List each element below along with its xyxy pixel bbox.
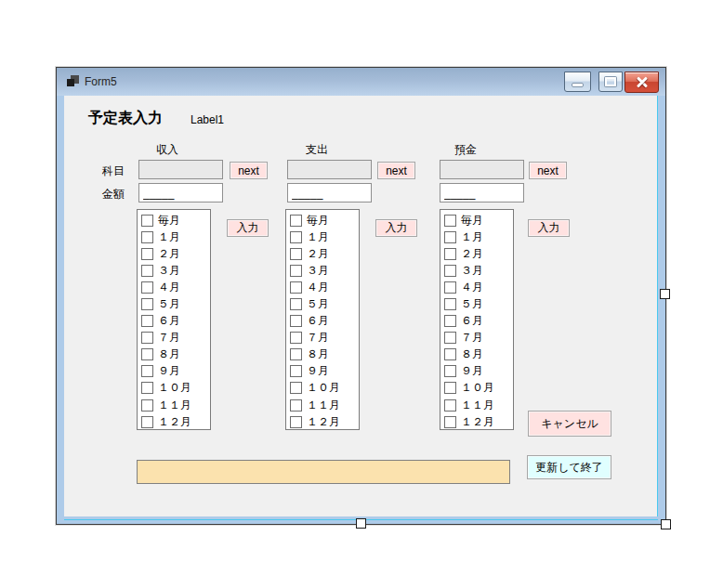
update-exit-button[interactable]: 更新して終了 xyxy=(527,455,611,479)
input-button-income[interactable]: 入力 xyxy=(227,219,269,237)
checkbox-unchecked-icon[interactable] xyxy=(141,265,153,277)
checkbox-unchecked-icon[interactable] xyxy=(290,348,302,360)
next-button-savings[interactable]: next xyxy=(529,162,567,179)
checkbox-unchecked-icon[interactable] xyxy=(444,315,456,327)
month-checkbox-row[interactable]: ３月 xyxy=(286,262,359,279)
checkbox-unchecked-icon[interactable] xyxy=(141,298,153,310)
month-checkbox-row[interactable]: ９月 xyxy=(440,363,513,380)
month-checkbox-row[interactable]: １１月 xyxy=(440,397,513,413)
month-checkbox-row[interactable]: ８月 xyxy=(440,346,513,363)
checkbox-unchecked-icon[interactable] xyxy=(141,248,153,260)
checkbox-unchecked-icon[interactable] xyxy=(141,281,153,294)
input-button-savings[interactable]: 入力 xyxy=(528,219,570,237)
month-checkbox-row[interactable]: １１月 xyxy=(286,397,359,413)
month-checklist-expense[interactable]: 毎月１月２月３月４月５月６月７月８月９月１０月１１月１２月 xyxy=(285,209,360,430)
checkbox-unchecked-icon[interactable] xyxy=(290,382,302,394)
checkbox-unchecked-icon[interactable] xyxy=(141,382,153,394)
subject-input-savings[interactable] xyxy=(440,160,524,179)
resize-handle-right[interactable] xyxy=(660,289,670,299)
checkbox-unchecked-icon[interactable] xyxy=(444,231,456,243)
checkbox-unchecked-icon[interactable] xyxy=(290,248,302,260)
month-checkbox-row[interactable]: １月 xyxy=(286,229,359,245)
month-checkbox-row[interactable]: １０月 xyxy=(138,380,210,397)
checkbox-unchecked-icon[interactable] xyxy=(290,298,302,310)
checkbox-unchecked-icon[interactable] xyxy=(444,399,456,412)
month-checkbox-row[interactable]: ８月 xyxy=(286,346,359,363)
month-checkbox-row[interactable]: １１月 xyxy=(138,397,210,413)
month-checkbox-row[interactable]: １０月 xyxy=(286,380,359,397)
month-checkbox-row[interactable]: ４月 xyxy=(138,279,210,295)
checkbox-unchecked-icon[interactable] xyxy=(141,215,153,227)
checkbox-unchecked-icon[interactable] xyxy=(444,365,456,377)
checkbox-unchecked-icon[interactable] xyxy=(141,399,153,412)
month-checkbox-row[interactable]: １０月 xyxy=(440,380,513,397)
checkbox-unchecked-icon[interactable] xyxy=(444,298,456,310)
checkbox-unchecked-icon[interactable] xyxy=(290,399,302,412)
subject-input-income[interactable] xyxy=(138,160,223,179)
month-checkbox-row[interactable]: ３月 xyxy=(138,262,210,279)
titlebar[interactable]: Form5 xyxy=(57,68,665,96)
resize-handle-bottom[interactable] xyxy=(356,518,366,529)
cancel-button[interactable]: キャンセル xyxy=(528,411,611,437)
month-checkbox-row[interactable]: ７月 xyxy=(440,330,513,346)
amount-input-expense[interactable] xyxy=(287,183,372,203)
checkbox-unchecked-icon[interactable] xyxy=(290,281,302,294)
checkbox-unchecked-icon[interactable] xyxy=(141,315,153,327)
checkbox-unchecked-icon[interactable] xyxy=(141,365,153,377)
input-button-expense[interactable]: 入力 xyxy=(375,219,417,237)
month-checklist-income[interactable]: 毎月１月２月３月４月５月６月７月８月９月１０月１１月１２月 xyxy=(137,209,211,430)
month-checkbox-row[interactable]: １２月 xyxy=(138,413,210,430)
subject-input-expense[interactable] xyxy=(287,160,372,179)
checkbox-unchecked-icon[interactable] xyxy=(444,215,456,227)
month-checkbox-row[interactable]: １月 xyxy=(440,229,513,245)
checkbox-unchecked-icon[interactable] xyxy=(290,315,302,327)
checkbox-unchecked-icon[interactable] xyxy=(444,281,456,294)
month-checkbox-row[interactable]: 毎月 xyxy=(138,212,210,229)
checkbox-unchecked-icon[interactable] xyxy=(444,265,456,277)
amount-input-income[interactable] xyxy=(138,183,223,203)
month-checklist-savings[interactable]: 毎月１月２月３月４月５月６月７月８月９月１０月１１月１２月 xyxy=(440,209,514,430)
month-checkbox-row[interactable]: １２月 xyxy=(286,413,359,430)
minimize-button[interactable] xyxy=(564,72,591,92)
month-checkbox-row[interactable]: 毎月 xyxy=(286,212,359,229)
month-checkbox-row[interactable]: ５月 xyxy=(286,295,359,312)
month-checkbox-row[interactable]: ６月 xyxy=(138,313,210,330)
checkbox-unchecked-icon[interactable] xyxy=(290,231,302,243)
checkbox-unchecked-icon[interactable] xyxy=(141,231,153,243)
checkbox-unchecked-icon[interactable] xyxy=(290,265,302,277)
next-button-expense[interactable]: next xyxy=(377,162,415,179)
checkbox-unchecked-icon[interactable] xyxy=(444,382,456,394)
month-checkbox-row[interactable]: ５月 xyxy=(440,295,513,312)
month-checkbox-row[interactable]: ３月 xyxy=(440,262,513,279)
message-input[interactable] xyxy=(137,460,510,484)
month-checkbox-row[interactable]: ２月 xyxy=(138,245,210,262)
checkbox-unchecked-icon[interactable] xyxy=(290,332,302,344)
month-checkbox-row[interactable]: ４月 xyxy=(440,279,513,295)
month-checkbox-row[interactable]: １月 xyxy=(138,229,210,245)
checkbox-unchecked-icon[interactable] xyxy=(141,348,153,360)
month-checkbox-row[interactable]: ７月 xyxy=(138,330,210,346)
month-checkbox-row[interactable]: ８月 xyxy=(138,346,210,363)
month-checkbox-row[interactable]: ５月 xyxy=(138,295,210,312)
checkbox-unchecked-icon[interactable] xyxy=(141,332,153,344)
month-checkbox-row[interactable]: ７月 xyxy=(286,330,359,346)
checkbox-unchecked-icon[interactable] xyxy=(444,416,456,428)
checkbox-unchecked-icon[interactable] xyxy=(290,215,302,227)
month-checkbox-row[interactable]: ２月 xyxy=(286,245,359,262)
checkbox-unchecked-icon[interactable] xyxy=(141,416,153,428)
month-checkbox-row[interactable]: ４月 xyxy=(286,279,359,295)
checkbox-unchecked-icon[interactable] xyxy=(444,348,456,360)
checkbox-unchecked-icon[interactable] xyxy=(444,248,456,260)
month-checkbox-row[interactable]: ６月 xyxy=(440,313,513,330)
month-checkbox-row[interactable]: 毎月 xyxy=(440,212,513,229)
checkbox-unchecked-icon[interactable] xyxy=(290,416,302,428)
month-checkbox-row[interactable]: ９月 xyxy=(286,363,359,380)
resize-handle-bottom-right[interactable] xyxy=(661,519,671,529)
month-checkbox-row[interactable]: １２月 xyxy=(440,413,513,430)
month-checkbox-row[interactable]: ６月 xyxy=(286,313,359,330)
checkbox-unchecked-icon[interactable] xyxy=(290,365,302,377)
maximize-button[interactable] xyxy=(598,72,623,92)
month-checkbox-row[interactable]: ９月 xyxy=(138,363,210,380)
month-checkbox-row[interactable]: ２月 xyxy=(440,245,513,262)
close-button[interactable] xyxy=(624,72,659,93)
